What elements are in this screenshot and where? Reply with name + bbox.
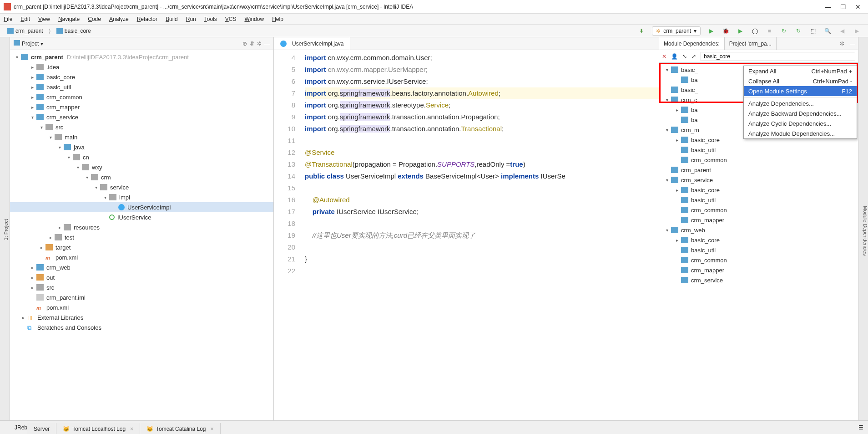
dependency-search-input[interactable] (701, 52, 855, 61)
editor-tab[interactable]: UserServiceImpl.java (274, 37, 350, 50)
collapse-icon[interactable]: ⤢ (691, 53, 696, 60)
tree-node[interactable]: ▾crm (10, 172, 273, 182)
tree-node[interactable]: ▸resources (10, 222, 273, 232)
menu-view[interactable]: View (38, 16, 50, 22)
dep-node[interactable]: basic_util (659, 145, 858, 155)
dep-node[interactable]: crm_mapper (659, 265, 858, 275)
gear-icon[interactable]: ✲ (257, 41, 262, 47)
context-menu-item[interactable]: Analyze Module Dependencies... (744, 128, 857, 138)
profile-icon[interactable]: ◯ (751, 27, 759, 35)
tree-node[interactable]: ▾impl (10, 192, 273, 202)
context-menu-item[interactable]: Collapse AllCtrl+NumPad - (744, 76, 857, 86)
menu-edit[interactable]: Edit (20, 16, 30, 22)
tree-node[interactable]: ▸basic_util (10, 82, 273, 92)
hide-icon[interactable]: — (847, 41, 858, 47)
tree-node[interactable]: ▸crm_web (10, 262, 273, 272)
breadcrumb-item[interactable]: crm_parent (4, 27, 47, 35)
dep-node[interactable]: ▸basic_core (659, 235, 858, 245)
menu-help[interactable]: Help (272, 16, 283, 22)
menu-navigate[interactable]: Navigate (58, 16, 80, 22)
menu-tools[interactable]: Tools (204, 16, 217, 22)
minimize-icon[interactable]: — (825, 3, 831, 10)
event-log-icon[interactable]: ☰ (854, 424, 868, 431)
coverage-icon[interactable]: ▶ (736, 27, 744, 35)
menu-file[interactable]: File (4, 16, 12, 22)
menu-build[interactable]: Build (166, 16, 178, 22)
run-icon[interactable]: ▶ (707, 27, 715, 35)
menu-refactor[interactable]: Refactor (137, 16, 157, 22)
context-menu-item[interactable]: Analyze Backward Dependencies... (744, 108, 857, 118)
context-menu-item[interactable]: Analyze Cyclic Dependencies... (744, 118, 857, 128)
context-menu-item[interactable]: Analyze Dependencies... (744, 98, 857, 108)
dep-node[interactable]: ▾crm_service (659, 175, 858, 185)
jrebel-debug-icon[interactable]: ↻ (794, 27, 802, 35)
menu-analyze[interactable]: Analyze (109, 16, 129, 22)
tree-node[interactable]: ▾src (10, 122, 273, 132)
tree-node[interactable]: crm_parent.iml (10, 292, 273, 302)
tree-node[interactable]: ▸target (10, 242, 273, 252)
tree-node[interactable]: ▾cn (10, 152, 273, 162)
tree-node[interactable]: UserServiceImpl (10, 202, 273, 212)
tree-node[interactable]: ⧉Scratches and Consoles (10, 322, 273, 332)
search-icon[interactable]: 🔍 (823, 27, 832, 35)
dep-node[interactable]: basic_util (659, 195, 858, 205)
dep-node[interactable]: crm_service (659, 275, 858, 285)
tree-node[interactable]: ▸test (10, 232, 273, 242)
debug-icon[interactable]: 🐞 (722, 27, 730, 35)
menu-vcs[interactable]: VCS (225, 16, 237, 22)
context-menu-item[interactable]: Expand AllCtrl+NumPad + (744, 66, 857, 76)
tomcat-localhost-log-tab[interactable]: 🐱Tomcat Localhost Log× (56, 423, 140, 434)
project-tree[interactable]: ▾crm_parentD:\intellijIDEA2017.3.3\ideaP… (10, 50, 273, 420)
tomcat-catalina-log-tab[interactable]: 🐱Tomcat Catalina Log× (140, 423, 220, 434)
build-icon[interactable]: ⬇ (637, 27, 646, 35)
tree-node[interactable]: ▾java (10, 142, 273, 152)
forward-icon[interactable]: ▶ (853, 27, 861, 35)
tree-node[interactable]: ▸basic_core (10, 72, 273, 82)
dep-node[interactable]: ▸basic_core (659, 185, 858, 195)
gear-icon[interactable]: ✲ (837, 41, 847, 47)
dep-node[interactable]: ▾crm_web (659, 225, 858, 235)
stop-icon[interactable]: ■ (765, 27, 773, 35)
back-icon[interactable]: ◀ (838, 27, 846, 35)
jrebel-run-icon[interactable]: ↻ (780, 27, 788, 35)
server-tab[interactable]: Server (27, 423, 56, 434)
close-icon[interactable]: ✕ (855, 3, 861, 10)
maximize-icon[interactable]: ☐ (840, 3, 846, 10)
tree-node[interactable]: mpom.xml (10, 302, 273, 312)
dep-node[interactable]: crm_common (659, 205, 858, 215)
project-tab[interactable]: Project 'crm_pa... (725, 37, 777, 50)
dep-node[interactable]: crm_common (659, 255, 858, 265)
dependency-tree[interactable]: Expand AllCtrl+NumPad +Collapse AllCtrl+… (659, 63, 858, 420)
right-tab-moduledependencies[interactable]: Module Dependencies (863, 206, 868, 255)
breadcrumb-item[interactable]: basic_core (53, 27, 95, 35)
locate-icon[interactable]: ⊕ (242, 41, 247, 47)
code-editor[interactable]: 4567891011121314©151617↻1819202122 impor… (274, 50, 659, 420)
tree-node[interactable]: mpom.xml (10, 252, 273, 262)
dep-node[interactable]: crm_mapper (659, 215, 858, 225)
dep-node[interactable]: crm_common (659, 155, 858, 165)
expand-icon[interactable]: ⤡ (682, 53, 687, 60)
tree-node[interactable]: ▾service (10, 182, 273, 192)
tree-node[interactable]: ▸src (10, 282, 273, 292)
collapse-all-icon[interactable]: ⇵ (250, 41, 254, 47)
project-view-selector[interactable]: Project ▾ (14, 40, 43, 47)
tree-node[interactable]: ▸crm_common (10, 92, 273, 102)
tree-node[interactable]: ▾crm_service (10, 112, 273, 122)
tree-root[interactable]: ▾crm_parentD:\intellijIDEA2017.3.3\ideaP… (10, 52, 273, 62)
tree-node[interactable]: ▸⫼External Libraries (10, 312, 273, 322)
context-menu-item[interactable]: Open Module SettingsF12 (744, 86, 857, 96)
settings-icon[interactable]: ⬚ (809, 27, 817, 35)
tree-node[interactable]: ▾wxy (10, 162, 273, 172)
tree-node[interactable]: ▾main (10, 132, 273, 142)
module-dependencies-tab[interactable]: Module Dependencies: (659, 37, 725, 50)
tree-node[interactable]: IUserService (10, 212, 273, 222)
tree-node[interactable]: ▸crm_mapper (10, 102, 273, 112)
menu-run[interactable]: Run (186, 16, 196, 22)
menu-code[interactable]: Code (88, 16, 101, 22)
tree-node[interactable]: ▸.idea (10, 62, 273, 72)
filter-icon[interactable]: 👤 (671, 53, 678, 60)
menu-window[interactable]: Window (244, 16, 264, 22)
close-icon[interactable]: ✕ (662, 53, 666, 60)
hide-icon[interactable]: — (264, 41, 270, 47)
dep-node[interactable]: basic_util (659, 245, 858, 255)
